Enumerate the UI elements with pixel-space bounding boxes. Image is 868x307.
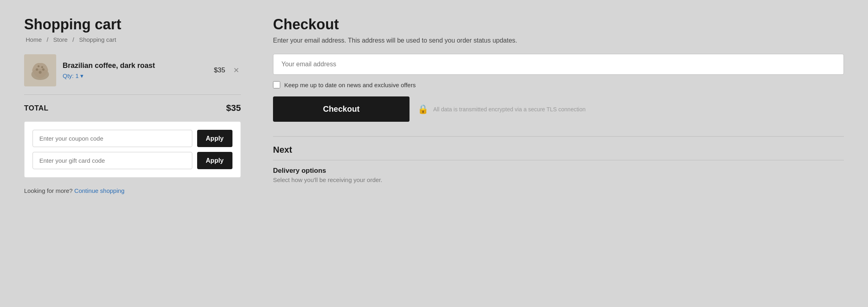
breadcrumb-store: Store <box>53 36 68 43</box>
next-title: Next <box>273 145 844 155</box>
qty-selector[interactable]: Qty: 1 ▾ <box>63 72 208 80</box>
continue-shopping-link[interactable]: Continue shopping <box>74 187 124 194</box>
coupon-row: Apply <box>33 130 232 147</box>
product-price: $35 <box>214 66 225 74</box>
continue-shopping-row: Looking for more? Continue shopping <box>24 187 241 194</box>
newsletter-label: Keep me up to date on news and exclusive… <box>284 82 416 88</box>
product-image <box>24 54 56 86</box>
remove-item-button[interactable]: ✕ <box>232 64 241 76</box>
delivery-options-title: Delivery options <box>273 167 844 175</box>
svg-point-1 <box>36 68 38 71</box>
next-divider <box>273 160 844 160</box>
coupon-input[interactable] <box>33 130 192 147</box>
product-info: Brazilian coffee, dark roast Qty: 1 ▾ <box>63 61 208 80</box>
breadcrumb-sep2: / <box>73 36 74 43</box>
delivery-options-subtitle: Select how you'll be receiving your orde… <box>273 176 844 183</box>
total-label: TOTAL <box>24 104 49 113</box>
giftcard-apply-button[interactable]: Apply <box>197 152 232 169</box>
breadcrumb-current: Shopping cart <box>79 36 116 43</box>
breadcrumb-home: Home <box>26 36 42 43</box>
checkout-action-row: Checkout 🔒 All data is transmitted encry… <box>273 96 844 122</box>
svg-point-2 <box>39 71 42 74</box>
newsletter-row: Keep me up to date on news and exclusive… <box>273 81 844 88</box>
breadcrumb-sep1: / <box>47 36 48 43</box>
svg-point-4 <box>38 65 40 68</box>
cart-item: Brazilian coffee, dark roast Qty: 1 ▾ $3… <box>24 54 241 95</box>
checkout-subtitle: Enter your email address. This address w… <box>273 37 844 44</box>
cart-section: Shopping cart Home / Store / Shopping ca… <box>24 16 241 194</box>
chevron-down-icon: ▾ <box>80 72 84 80</box>
total-amount: $35 <box>226 103 241 113</box>
coupon-apply-button[interactable]: Apply <box>197 130 232 147</box>
checkout-section: Checkout Enter your email address. This … <box>273 16 844 194</box>
svg-point-3 <box>42 68 45 71</box>
promo-box: Apply Apply <box>24 121 241 178</box>
cart-title: Shopping cart <box>24 16 241 33</box>
checkout-title: Checkout <box>273 16 844 33</box>
giftcard-row: Apply <box>33 152 232 169</box>
next-section: Next Delivery options Select how you'll … <box>273 136 844 183</box>
newsletter-checkbox[interactable] <box>273 81 280 88</box>
security-text: All data is transmitted encrypted via a … <box>433 106 586 113</box>
total-row: TOTAL $35 <box>24 103 241 113</box>
security-note: 🔒 All data is transmitted encrypted via … <box>418 104 586 115</box>
breadcrumb: Home / Store / Shopping cart <box>24 36 241 43</box>
svg-point-5 <box>41 66 43 68</box>
email-input[interactable] <box>273 54 844 75</box>
giftcard-input[interactable] <box>33 152 192 169</box>
checkout-button[interactable]: Checkout <box>273 96 410 122</box>
lock-icon: 🔒 <box>418 104 428 115</box>
product-name: Brazilian coffee, dark roast <box>63 61 208 70</box>
